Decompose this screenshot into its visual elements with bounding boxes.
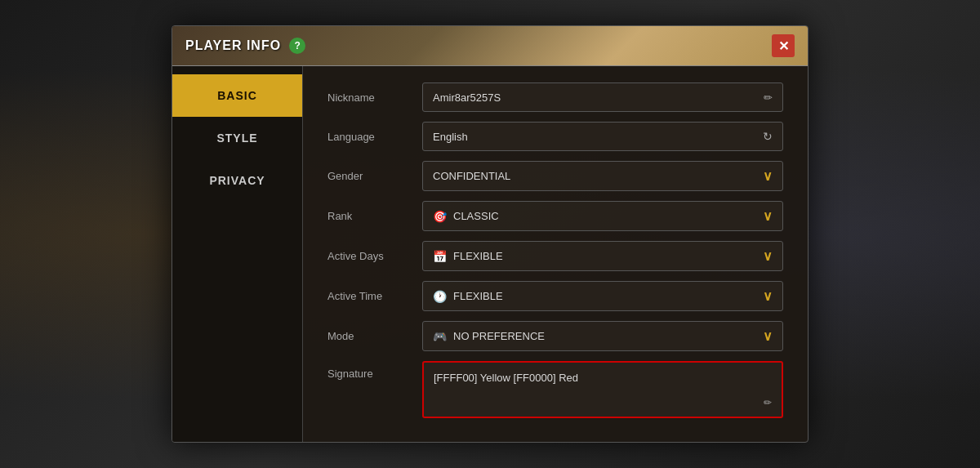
- nickname-field[interactable]: Amir8ar5257S ✏: [422, 82, 783, 112]
- nickname-row: Nickname Amir8ar5257S ✏: [327, 82, 783, 112]
- gender-field[interactable]: CONFIDENTIAL ∨: [422, 161, 783, 191]
- signature-field[interactable]: [FFFF00] Yellow [FF0000] Red ✏: [422, 361, 783, 418]
- active-time-value: FLEXIBLE: [453, 290, 503, 302]
- sidebar-item-basic[interactable]: BASIC: [172, 74, 302, 117]
- active-time-label: Active Time: [327, 290, 409, 302]
- mode-dropdown-icon: ∨: [763, 328, 773, 344]
- gender-label: Gender: [327, 170, 409, 182]
- sidebar-item-style[interactable]: STYLE: [172, 117, 302, 159]
- nickname-edit-icon: ✏: [764, 91, 773, 104]
- rank-dropdown-icon: ∨: [763, 208, 773, 224]
- gender-dropdown-icon: ∨: [763, 168, 773, 184]
- nickname-value: Amir8ar5257S: [433, 91, 501, 104]
- modal-body: BASIC STYLE PRIVACY Nickname Amir8ar5257…: [172, 66, 808, 442]
- help-icon[interactable]: ?: [289, 38, 305, 54]
- active-time-dropdown-icon: ∨: [763, 288, 773, 304]
- rank-label: Rank: [327, 210, 409, 222]
- language-value: English: [433, 131, 468, 143]
- active-time-field[interactable]: 🕐 FLEXIBLE ∨: [422, 281, 783, 311]
- content-area: Nickname Amir8ar5257S ✏ Language English…: [303, 66, 808, 442]
- nickname-label: Nickname: [327, 91, 409, 104]
- mode-row: Mode 🎮 NO PREFERENCE ∨: [327, 321, 783, 351]
- signature-row: Signature [FFFF00] Yellow [FF0000] Red ✏: [327, 361, 783, 418]
- language-row: Language English ↻: [327, 122, 783, 151]
- active-time-icon: 🕐: [433, 290, 447, 303]
- gender-row: Gender CONFIDENTIAL ∨: [327, 161, 783, 191]
- rank-row: Rank 🎯 CLASSIC ∨: [327, 201, 783, 231]
- language-field[interactable]: English ↻: [422, 122, 783, 151]
- mode-value: NO PREFERENCE: [453, 330, 545, 342]
- active-days-label: Active Days: [327, 250, 409, 262]
- active-days-dropdown-icon: ∨: [763, 248, 773, 264]
- rank-field[interactable]: 🎯 CLASSIC ∨: [422, 201, 783, 231]
- close-button[interactable]: ✕: [772, 34, 795, 57]
- active-days-row: Active Days 📅 FLEXIBLE ∨: [327, 241, 783, 271]
- mode-icon: 🎮: [433, 330, 447, 343]
- active-days-field[interactable]: 📅 FLEXIBLE ∨: [422, 241, 783, 271]
- active-days-icon: 📅: [433, 250, 447, 263]
- rank-value: CLASSIC: [453, 210, 499, 222]
- active-days-value: FLEXIBLE: [453, 250, 503, 262]
- sidebar-item-privacy[interactable]: PRIVACY: [172, 159, 302, 202]
- modal-header: PLAYER INFO ? ✕: [172, 26, 808, 66]
- refresh-icon: ↻: [763, 130, 773, 143]
- rank-icon: 🎯: [433, 210, 447, 223]
- active-time-row: Active Time 🕐 FLEXIBLE ∨: [327, 281, 783, 311]
- gender-value: CONFIDENTIAL: [433, 170, 510, 182]
- mode-field[interactable]: 🎮 NO PREFERENCE ∨: [422, 321, 783, 351]
- mode-label: Mode: [327, 330, 409, 342]
- sidebar: BASIC STYLE PRIVACY: [172, 66, 303, 442]
- signature-label: Signature: [327, 361, 409, 380]
- signature-edit-icon: ✏: [764, 397, 772, 408]
- language-label: Language: [327, 131, 409, 143]
- modal-title: PLAYER INFO: [185, 38, 281, 53]
- player-info-modal: PLAYER INFO ? ✕ BASIC STYLE PRIVACY Nick…: [172, 25, 808, 443]
- signature-value: [FFFF00] Yellow [FF0000] Red: [434, 371, 772, 386]
